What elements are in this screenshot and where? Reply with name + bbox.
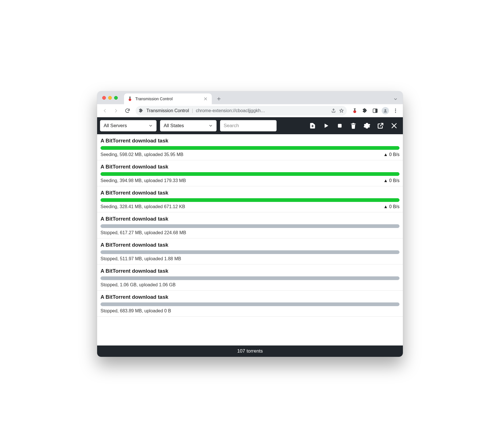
- state-filter-value: All States: [164, 123, 184, 129]
- torrent-title: A BitTorrent download task: [101, 164, 399, 170]
- torrent-status: Stopped, 617.27 MB, uploaded 224.68 MB: [101, 230, 186, 235]
- upload-speed: ▲ 0 B/s: [383, 152, 399, 157]
- chevron-down-icon: [208, 123, 213, 128]
- tab-strip: Transmission Control: [97, 91, 403, 104]
- torrent-count: 107 torrents: [237, 348, 263, 354]
- settings-button[interactable]: [363, 121, 371, 130]
- pinned-extension-icon[interactable]: [350, 106, 359, 115]
- svg-rect-7: [375, 109, 377, 112]
- torrent-meta: Seeding, 394.98 MB, uploaded 179.33 MB▲ …: [101, 178, 399, 183]
- progress-bar: [101, 250, 399, 254]
- chevron-down-icon: [148, 123, 153, 128]
- torrent-row[interactable]: A BitTorrent download taskSeeding, 598.0…: [97, 134, 403, 160]
- browser-tab[interactable]: Transmission Control: [124, 93, 212, 104]
- upload-speed: ▲ 0 B/s: [383, 178, 399, 183]
- torrent-status: Seeding, 394.98 MB, uploaded 179.33 MB: [101, 178, 186, 183]
- torrent-status: Seeding, 328.41 MB, uploaded 671.12 KB: [101, 204, 185, 209]
- window-controls: [102, 91, 124, 104]
- svg-rect-2: [129, 97, 131, 97]
- reload-button[interactable]: [123, 106, 132, 116]
- chrome-actions: [350, 106, 400, 115]
- torrent-meta: Stopped, 617.27 MB, uploaded 224.68 MB: [101, 230, 399, 235]
- torrent-row[interactable]: A BitTorrent download taskStopped, 1.06 …: [97, 264, 403, 291]
- forward-button[interactable]: [111, 106, 121, 116]
- state-filter-select[interactable]: All States: [160, 120, 217, 131]
- svg-point-9: [395, 108, 396, 109]
- svg-point-11: [395, 112, 396, 113]
- server-filter-value: All Servers: [104, 123, 127, 129]
- svg-rect-12: [338, 124, 342, 128]
- progress-bar: [101, 198, 399, 202]
- minimize-window-button[interactable]: [108, 96, 112, 100]
- torrent-title: A BitTorrent download task: [101, 242, 399, 248]
- progress-bar: [101, 302, 399, 306]
- extensions-icon[interactable]: [360, 106, 369, 115]
- sidepanel-icon[interactable]: [371, 106, 380, 115]
- svg-point-10: [395, 110, 396, 111]
- extension-toolbar: All Servers All States: [97, 117, 403, 134]
- tab-title: Transmission Control: [135, 97, 173, 101]
- share-icon[interactable]: [331, 108, 336, 113]
- torrent-status: Seeding, 598.02 MB, uploaded 35.95 MB: [101, 152, 183, 157]
- svg-rect-1: [130, 97, 131, 99]
- progress-bar: [101, 224, 399, 228]
- bookmark-icon[interactable]: [339, 108, 344, 113]
- torrent-row[interactable]: A BitTorrent download taskStopped, 683.8…: [97, 291, 403, 317]
- torrent-meta: Stopped, 511.97 MB, uploaded 1.88 MB: [101, 256, 399, 261]
- torrent-meta: Seeding, 328.41 MB, uploaded 671.12 KB▲ …: [101, 204, 399, 209]
- back-button[interactable]: [100, 106, 110, 116]
- omnibox-label: Transmission Control: [146, 108, 189, 113]
- svg-rect-4: [354, 109, 355, 111]
- tab-favicon-icon: [127, 96, 133, 101]
- progress-bar: [101, 276, 399, 280]
- torrent-row[interactable]: A BitTorrent download taskSeeding, 394.9…: [97, 160, 403, 186]
- address-bar[interactable]: Transmission Control | chrome-extension:…: [136, 106, 347, 116]
- close-panel-button[interactable]: [390, 121, 398, 130]
- omnibox-separator: |: [192, 108, 193, 113]
- upload-speed: ▲ 0 B/s: [383, 204, 399, 209]
- torrent-list[interactable]: A BitTorrent download taskSeeding, 598.0…: [97, 134, 403, 345]
- torrent-title: A BitTorrent download task: [101, 294, 399, 300]
- open-external-button[interactable]: [376, 121, 385, 130]
- stop-button[interactable]: [336, 121, 344, 130]
- progress-bar: [101, 172, 399, 176]
- torrent-status: Stopped, 683.89 MB, uploaded 0 B: [101, 308, 171, 313]
- torrent-row[interactable]: A BitTorrent download taskSeeding, 328.4…: [97, 186, 403, 212]
- torrent-meta: Stopped, 683.89 MB, uploaded 0 B: [101, 308, 399, 313]
- browser-window: Transmission Control Transmission Contro…: [97, 91, 403, 357]
- extension-icon: [138, 108, 144, 113]
- torrent-title: A BitTorrent download task: [101, 268, 399, 274]
- search-input[interactable]: [220, 120, 277, 131]
- close-window-button[interactable]: [102, 96, 106, 100]
- status-bar: 107 torrents: [97, 345, 403, 357]
- torrent-row[interactable]: A BitTorrent download taskStopped, 511.9…: [97, 238, 403, 264]
- maximize-window-button[interactable]: [114, 96, 118, 100]
- server-filter-select[interactable]: All Servers: [100, 120, 157, 131]
- torrent-status: Stopped, 511.97 MB, uploaded 1.88 MB: [101, 256, 181, 261]
- torrent-row[interactable]: A BitTorrent download taskStopped, 617.2…: [97, 212, 403, 238]
- tabs-menu-button[interactable]: [393, 97, 398, 101]
- new-tab-button[interactable]: [215, 95, 223, 103]
- torrent-meta: Stopped, 1.06 GB, uploaded 1.06 GB: [101, 282, 399, 287]
- torrent-meta: Seeding, 598.02 MB, uploaded 35.95 MB▲ 0…: [101, 152, 399, 157]
- torrent-title: A BitTorrent download task: [101, 138, 399, 144]
- start-button[interactable]: [322, 121, 330, 130]
- svg-rect-5: [354, 108, 356, 109]
- delete-button[interactable]: [349, 121, 358, 130]
- browser-toolbar: Transmission Control | chrome-extension:…: [97, 104, 403, 117]
- torrent-status: Stopped, 1.06 GB, uploaded 1.06 GB: [101, 282, 176, 287]
- profile-button[interactable]: [381, 106, 390, 115]
- omnibox-url: chrome-extension://cboacljjggkh…: [196, 108, 265, 113]
- chrome-menu-button[interactable]: [391, 106, 400, 115]
- torrent-title: A BitTorrent download task: [101, 216, 399, 222]
- svg-point-8: [384, 109, 386, 111]
- add-torrent-button[interactable]: [308, 121, 317, 130]
- progress-bar: [101, 146, 399, 150]
- tab-close-button[interactable]: [203, 96, 208, 102]
- torrent-title: A BitTorrent download task: [101, 190, 399, 196]
